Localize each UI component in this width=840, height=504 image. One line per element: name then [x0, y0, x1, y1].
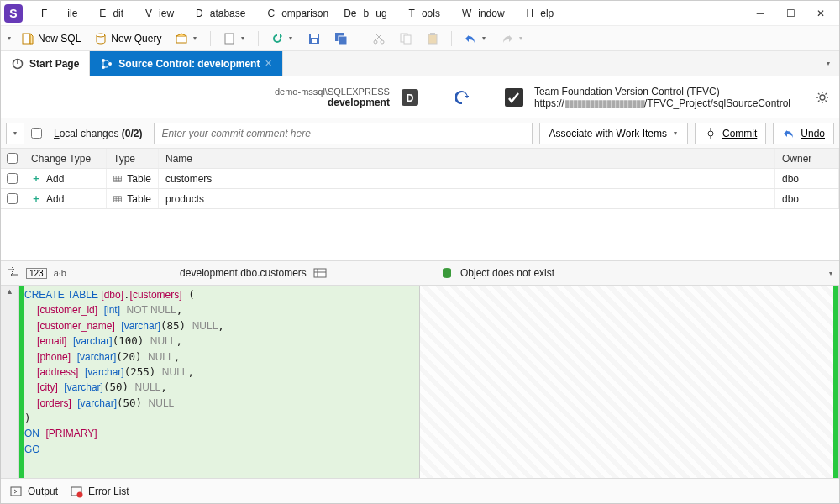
- database-icon: D: [398, 86, 422, 109]
- col-change-type[interactable]: Change Type: [24, 149, 107, 168]
- commit-options-dropdown[interactable]: ▾: [6, 123, 24, 144]
- output-tab[interactable]: Output: [9, 485, 58, 498]
- tfvc-icon: [502, 86, 526, 109]
- fold-gutter[interactable]: ▲: [1, 286, 19, 478]
- window-close-button[interactable]: ✕: [806, 2, 836, 25]
- col-owner[interactable]: Owner: [775, 149, 839, 168]
- menu-help[interactable]: Help: [513, 4, 561, 23]
- table-small-icon: [313, 266, 327, 280]
- query-icon: [94, 32, 108, 45]
- new-item-dropdown[interactable]: ▾: [170, 29, 203, 49]
- menu-tools[interactable]: Tools: [396, 4, 447, 23]
- undo-action-icon: [782, 127, 795, 140]
- commit-message-input[interactable]: [154, 123, 533, 144]
- table-icon: [113, 192, 122, 206]
- sql-editor-content[interactable]: CREATE TABLE [dbo].[customers] ( [custom…: [19, 286, 419, 478]
- svg-point-18: [102, 66, 105, 69]
- col-type[interactable]: Type: [107, 149, 159, 168]
- power-icon: [11, 57, 24, 71]
- diff-view-btn2[interactable]: 123: [26, 267, 47, 279]
- object-path: development.dbo.customers: [180, 267, 307, 279]
- copy-button[interactable]: [394, 29, 417, 49]
- toolbar-overflow-icon[interactable]: ▾: [6, 34, 13, 42]
- menu-debug[interactable]: Debug: [337, 4, 393, 23]
- svg-point-23: [820, 95, 825, 100]
- paste-button[interactable]: [421, 29, 444, 49]
- database-small-icon: [440, 266, 454, 280]
- grid-header-row: Change Type Type Name Owner: [1, 149, 839, 169]
- refresh-icon: [270, 32, 284, 45]
- associate-work-items-button[interactable]: Associate with Work Items▾: [539, 123, 687, 144]
- diff-editor: ▲ CREATE TABLE [dbo].[customers] ( [cust…: [1, 286, 839, 478]
- save-icon: [307, 32, 321, 45]
- tab-source-control[interactable]: Source Control: development ✕: [90, 51, 283, 76]
- diff-toolbar: 123 a·b development.dbo.customers Object…: [1, 260, 839, 286]
- refresh-button[interactable]: ▾: [265, 29, 299, 49]
- svg-rect-6: [312, 39, 317, 43]
- new-sql-button[interactable]: New SQL: [16, 29, 86, 49]
- close-icon[interactable]: ✕: [265, 58, 272, 69]
- server-name: demo-mssql\SQLEXPRESS: [275, 87, 390, 97]
- database-name: development: [275, 97, 390, 108]
- window-minimize-button[interactable]: ─: [745, 2, 775, 25]
- save-all-button[interactable]: [329, 29, 353, 49]
- table-row[interactable]: ＋Add Table products dbo: [1, 189, 839, 209]
- tab-start-page[interactable]: Start Page: [1, 51, 90, 76]
- diff-dropdown[interactable]: ▾: [827, 270, 834, 277]
- menu-file[interactable]: File: [28, 4, 84, 23]
- error-list-tab[interactable]: Error List: [70, 485, 129, 498]
- row-checkbox[interactable]: [7, 173, 18, 184]
- paste-icon: [426, 32, 439, 45]
- diff-right-pane[interactable]: [420, 286, 839, 478]
- menu-database[interactable]: Database: [182, 4, 252, 23]
- branch-icon: [100, 57, 113, 71]
- script-icon: [223, 32, 236, 45]
- commit-button[interactable]: Commit: [695, 123, 766, 144]
- diff-view-btn1[interactable]: [6, 265, 19, 281]
- status-bar: Output Error List: [1, 478, 839, 503]
- menu-comparison[interactable]: Comparison: [254, 4, 335, 23]
- save-button[interactable]: [302, 29, 326, 49]
- box-icon: [175, 32, 188, 45]
- document-tabs: Start Page Source Control: development ✕…: [1, 51, 839, 76]
- undo-button[interactable]: ▾: [459, 29, 492, 49]
- diff-left-pane[interactable]: ▲ CREATE TABLE [dbo].[customers] ( [cust…: [1, 286, 420, 478]
- ab-icon: a·b: [54, 268, 66, 278]
- add-icon: ＋: [31, 171, 41, 186]
- toolbar-btn-1[interactable]: ▾: [218, 29, 251, 49]
- menu-view[interactable]: View: [132, 4, 181, 23]
- changes-grid: Change Type Type Name Owner ＋Add Table c…: [1, 149, 839, 260]
- row-checkbox[interactable]: [7, 193, 18, 204]
- title-bar: S File Edit View Database Comparison Deb…: [1, 1, 839, 26]
- svg-line-30: [818, 100, 820, 102]
- menu-window[interactable]: Window: [449, 4, 512, 23]
- svg-point-9: [374, 40, 377, 44]
- redo-icon: [501, 32, 514, 45]
- cut-button[interactable]: [367, 29, 391, 49]
- app-logo: S: [4, 4, 23, 23]
- num-icon: 123: [26, 268, 47, 279]
- select-all-checkbox[interactable]: [7, 153, 18, 164]
- tabs-dropdown[interactable]: ▾: [817, 51, 839, 76]
- svg-line-29: [826, 100, 827, 102]
- svg-rect-45: [314, 269, 326, 277]
- svg-point-1: [97, 34, 105, 37]
- svg-text:D: D: [407, 92, 414, 104]
- local-changes-checkbox[interactable]: [31, 128, 42, 139]
- redo-button[interactable]: ▾: [496, 29, 529, 49]
- new-query-label: New Query: [111, 33, 161, 45]
- gear-icon[interactable]: [816, 91, 829, 104]
- svg-point-32: [708, 131, 713, 136]
- commit-bar: ▾ Local changes (0/2) Associate with Wor…: [1, 118, 839, 149]
- sync-icon[interactable]: [455, 91, 469, 104]
- new-query-button[interactable]: New Query: [89, 29, 166, 49]
- window-maximize-button[interactable]: ☐: [775, 2, 806, 25]
- output-icon: [9, 485, 23, 498]
- menu-edit[interactable]: Edit: [86, 4, 130, 23]
- svg-point-17: [102, 59, 105, 62]
- diff-view-btn3[interactable]: a·b: [54, 267, 66, 279]
- cut-icon: [372, 32, 386, 45]
- table-row[interactable]: ＋Add Table customers dbo: [1, 169, 839, 189]
- col-name[interactable]: Name: [159, 149, 775, 168]
- undo-changes-button[interactable]: Undo: [773, 123, 834, 144]
